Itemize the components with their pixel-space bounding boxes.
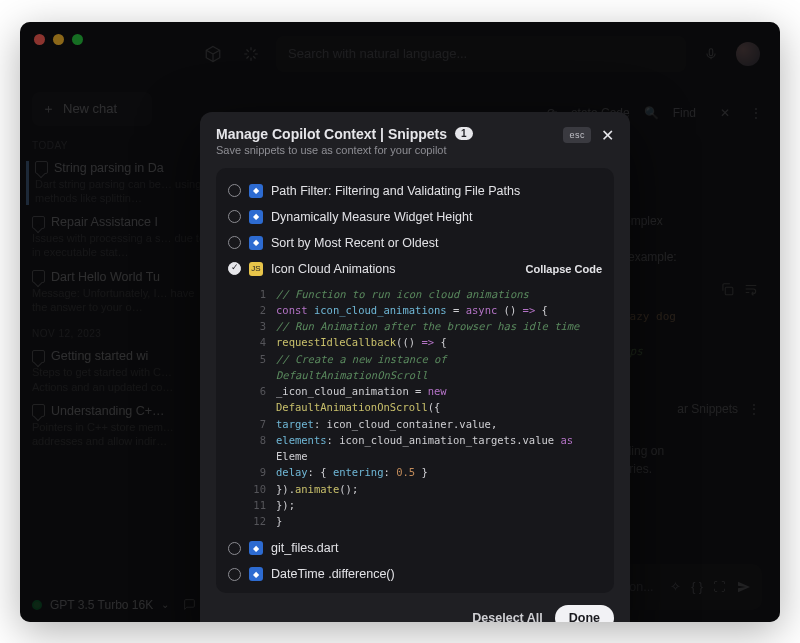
collapse-code-button[interactable]: Collapse Code [526,263,602,275]
snippet-row[interactable]: ◆ DateTime .difference() [226,561,604,587]
checkbox-checked-icon[interactable] [228,262,241,275]
close-icon[interactable]: ✕ [601,126,614,145]
checkbox-icon[interactable] [228,184,241,197]
snippet-row[interactable]: ◆ Path Filter: Filtering and Validating … [226,178,604,204]
js-icon: JS [249,262,263,276]
dart-icon: ◆ [249,541,263,555]
esc-hint: esc [563,127,591,143]
snippets-list: ◆ Path Filter: Filtering and Validating … [216,168,614,594]
checkbox-icon[interactable] [228,542,241,555]
snippet-row[interactable]: ◆ Sort by Most Recent or Oldest [226,230,604,256]
dart-icon: ◆ [249,567,263,581]
dart-icon: ◆ [249,184,263,198]
selected-count-badge: 1 [455,127,473,140]
snippet-row[interactable]: ◆ Dynamically Measure Widget Height [226,204,604,230]
deselect-all-button[interactable]: Deselect All [472,611,542,621]
snippets-modal: Manage Copilot Context | Snippets 1 Save… [200,112,630,622]
code-preview: 1// Function to run icon cloud animation… [248,286,602,530]
checkbox-icon[interactable] [228,568,241,581]
checkbox-icon[interactable] [228,236,241,249]
snippet-row[interactable]: ◆ git_files.dart [226,535,604,561]
snippet-row-expanded[interactable]: JS Icon Cloud Animations Collapse Code [226,256,604,282]
dart-icon: ◆ [249,210,263,224]
done-button[interactable]: Done [555,605,614,621]
checkbox-icon[interactable] [228,210,241,223]
modal-subtitle: Save snippets to use as context for your… [216,144,473,156]
modal-title: Manage Copilot Context | Snippets [216,126,447,142]
app-window: Search with natural language... ＋ New ch… [20,22,780,622]
dart-icon: ◆ [249,236,263,250]
